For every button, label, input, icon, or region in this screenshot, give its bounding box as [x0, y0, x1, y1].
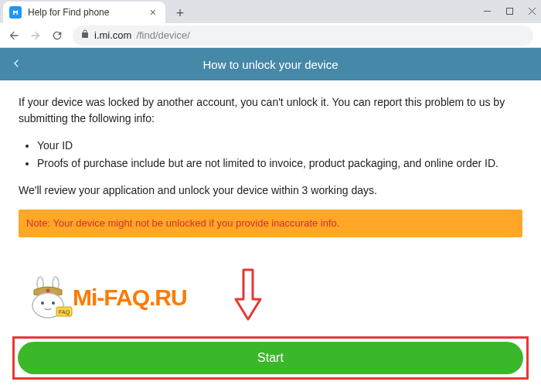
url-path: /find/device/: [136, 29, 189, 41]
header-back-icon[interactable]: [11, 58, 22, 71]
content-area: If your device was locked by another acc…: [0, 80, 541, 327]
page-title: How to unlock your device: [202, 58, 338, 71]
toolbar: i.mi.com/find/device/: [0, 23, 541, 47]
browser-tab[interactable]: Help for Find phone ×: [3, 2, 165, 23]
address-bar[interactable]: i.mi.com/find/device/: [73, 26, 533, 46]
list-item: Proofs of purchase include but are not l…: [37, 155, 522, 172]
start-highlight: Start: [12, 336, 529, 380]
svg-point-8: [41, 302, 44, 305]
lock-icon: [80, 29, 90, 41]
annotation-arrow-icon: [233, 268, 263, 327]
watermark: FAQ Mi-FAQ.RU: [19, 268, 522, 327]
page-header: How to unlock your device: [0, 48, 541, 80]
maximize-icon[interactable]: [505, 6, 514, 18]
requirements-list: Your ID Proofs of purchase include but a…: [23, 138, 522, 172]
browser-chrome: Help for Find phone × +: [0, 0, 541, 48]
minimize-icon[interactable]: [483, 6, 492, 18]
nav-forward-icon: [29, 29, 42, 42]
bunny-icon: FAQ: [26, 276, 73, 319]
start-button[interactable]: Start: [18, 342, 523, 374]
nav-back-icon[interactable]: [8, 29, 20, 42]
mifaq-logo: FAQ Mi-FAQ.RU: [26, 276, 187, 319]
mi-favicon-icon: [9, 6, 22, 19]
mifaq-text: Mi-FAQ.RU: [73, 280, 187, 315]
url-host: i.mi.com: [94, 29, 131, 41]
svg-point-6: [46, 289, 50, 293]
reload-icon[interactable]: [51, 29, 63, 42]
intro-text: If your device was locked by another acc…: [19, 94, 522, 127]
tab-close-icon[interactable]: ×: [147, 6, 159, 19]
review-text: We'll review your application and unlock…: [19, 182, 522, 199]
close-window-icon[interactable]: [528, 6, 536, 18]
window-controls: [483, 0, 541, 23]
list-item: Your ID: [37, 138, 522, 154]
svg-rect-1: [507, 8, 513, 14]
new-tab-button[interactable]: +: [170, 3, 190, 23]
svg-point-9: [52, 302, 55, 305]
tab-title: Help for Find phone: [28, 7, 147, 18]
warning-banner: Note: Your device might not be unlocked …: [19, 210, 522, 237]
svg-text:FAQ: FAQ: [59, 309, 70, 315]
tab-strip: Help for Find phone × +: [0, 0, 541, 23]
